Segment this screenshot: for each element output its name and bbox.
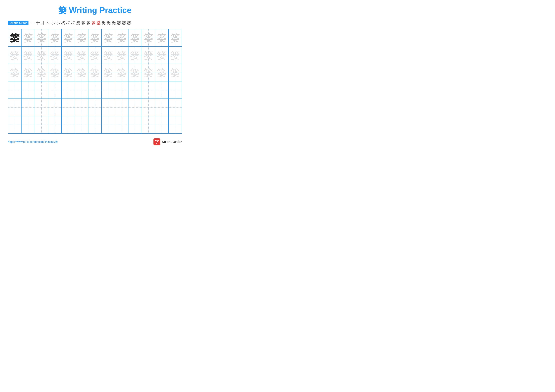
footer-logo: 字 StrokeOrder	[153, 138, 182, 145]
grid-cell-r4-c12[interactable]	[155, 81, 168, 99]
grid-cell-r1-c11[interactable]: 篓	[142, 29, 155, 46]
grid-cell-r4-c5[interactable]	[62, 81, 75, 99]
grid-cell-r5-c10[interactable]	[128, 99, 142, 116]
grid-cell-r4-c9[interactable]	[115, 81, 128, 99]
grid-cell-r2-c5[interactable]: 篓	[62, 46, 75, 64]
grid-cell-r1-c7[interactable]: 篓	[88, 29, 102, 46]
strokeorder-logo-icon: 字	[153, 138, 161, 145]
grid-cell-r3-c11[interactable]: 篓	[142, 64, 155, 81]
stroke-11: 棼	[81, 20, 85, 26]
grid-cell-r5-c9[interactable]	[115, 99, 128, 116]
grid-cell-r1-c1[interactable]: 篓	[8, 29, 21, 46]
grid-cell-r4-c10[interactable]	[128, 81, 142, 99]
grid-cell-r5-c5[interactable]	[62, 99, 75, 116]
grid-cell-r6-c9[interactable]	[115, 116, 128, 134]
grid-cell-r6-c6[interactable]	[75, 116, 88, 134]
stroke-18: 篓	[117, 20, 121, 26]
grid-cell-r4-c1[interactable]	[8, 81, 21, 99]
grid-cell-r6-c2[interactable]	[21, 116, 35, 134]
grid-cell-r2-c2[interactable]: 篓	[21, 46, 35, 64]
grid-cell-r5-c4[interactable]	[48, 99, 61, 116]
grid-cell-r3-c2[interactable]: 篓	[21, 64, 35, 81]
grid-cell-r3-c10[interactable]: 篓	[128, 64, 142, 81]
grid-cell-r3-c9[interactable]: 篓	[115, 64, 128, 81]
grid-cell-r3-c4[interactable]: 篓	[48, 64, 61, 81]
grid-cell-r5-c8[interactable]	[102, 99, 115, 116]
grid-cell-r4-c3[interactable]	[35, 81, 48, 99]
footer: https://www.strokeorder.com/chinese/篓 字 …	[8, 138, 182, 145]
grid-cell-r1-c13[interactable]: 篓	[168, 29, 182, 46]
grid-cell-r5-c12[interactable]	[155, 99, 168, 116]
stroke-14: 樂	[96, 20, 101, 26]
grid-cell-r6-c11[interactable]	[142, 116, 155, 134]
stroke-order-badge: Stroke Order	[8, 21, 29, 25]
stroke-order-section: Stroke Order 一 十 才 木 朩 朩 朽 枊 枊 桒 棼 棼 棼 樂…	[8, 20, 182, 26]
stroke-10: 桒	[76, 20, 80, 26]
title-text: Writing Practice	[69, 6, 131, 15]
grid-cell-r5-c7[interactable]	[88, 99, 102, 116]
stroke-4: 木	[46, 20, 50, 26]
grid-cell-r4-c7[interactable]	[88, 81, 102, 99]
stroke-5: 朩	[51, 20, 55, 26]
grid-cell-r2-c8[interactable]: 篓	[102, 46, 115, 64]
grid-cell-r5-c1[interactable]	[8, 99, 21, 116]
stroke-sequence: 一 十 才 木 朩 朩 朽 枊 枊 桒 棼 棼 棼 樂 樊 樊 樊 篓 篓 篓	[30, 20, 131, 26]
grid-cell-r2-c1[interactable]: 篓	[8, 46, 21, 64]
grid-cell-r5-c11[interactable]	[142, 99, 155, 116]
grid-cell-r2-c3[interactable]: 篓	[35, 46, 48, 64]
grid-cell-r2-c9[interactable]: 篓	[115, 46, 128, 64]
grid-cell-r1-c2[interactable]: 篓	[21, 29, 35, 46]
grid-cell-r4-c13[interactable]	[168, 81, 182, 99]
stroke-9: 枊	[71, 20, 75, 26]
grid-cell-r4-c2[interactable]	[21, 81, 35, 99]
practice-char-dark: 篓	[10, 33, 20, 43]
grid-cell-r3-c5[interactable]: 篓	[62, 64, 75, 81]
grid-cell-r6-c3[interactable]	[35, 116, 48, 134]
grid-cell-r2-c4[interactable]: 篓	[48, 46, 61, 64]
grid-cell-r6-c8[interactable]	[102, 116, 115, 134]
grid-cell-r4-c8[interactable]	[102, 81, 115, 99]
page-title: 篓 Writing Practice	[58, 6, 131, 15]
grid-cell-r2-c6[interactable]: 篓	[75, 46, 88, 64]
stroke-16: 樊	[107, 20, 111, 26]
grid-cell-r1-c4[interactable]: 篓	[48, 29, 61, 46]
stroke-19: 篓	[122, 20, 126, 26]
stroke-7: 朽	[61, 20, 65, 26]
grid-cell-r6-c12[interactable]	[155, 116, 168, 134]
grid-cell-r3-c1[interactable]: 篓	[8, 64, 21, 81]
grid-cell-r1-c6[interactable]: 篓	[75, 29, 88, 46]
grid-cell-r4-c11[interactable]	[142, 81, 155, 99]
footer-url[interactable]: https://www.strokeorder.com/chinese/篓	[8, 140, 58, 144]
grid-cell-r1-c10[interactable]: 篓	[128, 29, 142, 46]
grid-cell-r2-c12[interactable]: 篓	[155, 46, 168, 64]
grid-cell-r6-c1[interactable]	[8, 116, 21, 134]
grid-cell-r1-c12[interactable]: 篓	[155, 29, 168, 46]
grid-cell-r4-c4[interactable]	[48, 81, 61, 99]
grid-cell-r1-c3[interactable]: 篓	[35, 29, 48, 46]
grid-cell-r3-c6[interactable]: 篓	[75, 64, 88, 81]
grid-cell-r1-c8[interactable]: 篓	[102, 29, 115, 46]
grid-cell-r5-c13[interactable]	[168, 99, 182, 116]
grid-cell-r5-c3[interactable]	[35, 99, 48, 116]
grid-cell-r5-c6[interactable]	[75, 99, 88, 116]
grid-cell-r3-c13[interactable]: 篓	[168, 64, 182, 81]
grid-cell-r3-c12[interactable]: 篓	[155, 64, 168, 81]
grid-cell-r5-c2[interactable]	[21, 99, 35, 116]
grid-cell-r6-c7[interactable]	[88, 116, 102, 134]
grid-cell-r2-c7[interactable]: 篓	[88, 46, 102, 64]
grid-cell-r2-c11[interactable]: 篓	[142, 46, 155, 64]
grid-cell-r6-c10[interactable]	[128, 116, 142, 134]
grid-cell-r1-c9[interactable]: 篓	[115, 29, 128, 46]
grid-cell-r3-c3[interactable]: 篓	[35, 64, 48, 81]
grid-cell-r3-c8[interactable]: 篓	[102, 64, 115, 81]
stroke-3: 才	[41, 20, 45, 26]
grid-cell-r1-c5[interactable]: 篓	[62, 29, 75, 46]
grid-cell-r2-c13[interactable]: 篓	[168, 46, 182, 64]
stroke-12: 棼	[86, 20, 90, 26]
grid-cell-r6-c4[interactable]	[48, 116, 61, 134]
grid-cell-r3-c7[interactable]: 篓	[88, 64, 102, 81]
grid-cell-r6-c13[interactable]	[168, 116, 182, 134]
grid-cell-r4-c6[interactable]	[75, 81, 88, 99]
grid-cell-r6-c5[interactable]	[62, 116, 75, 134]
grid-cell-r2-c10[interactable]: 篓	[128, 46, 142, 64]
